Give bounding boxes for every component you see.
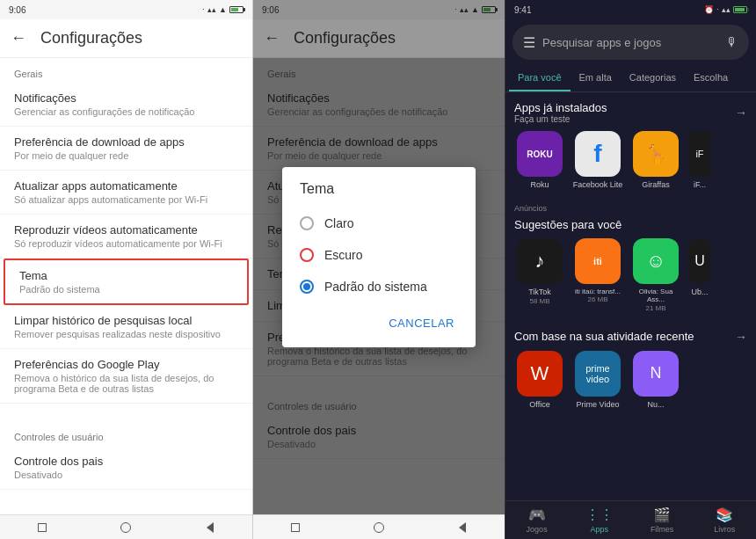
radio-padrao[interactable] <box>300 280 314 294</box>
section-gerais-1: Gerais <box>0 58 252 83</box>
app-name-fb: Facebook Lite <box>573 180 623 190</box>
radio-escuro[interactable] <box>300 248 314 262</box>
app-card-olivia[interactable]: ☺ Olivia: Sua Ass... 21 MB <box>630 238 681 312</box>
menu-icon[interactable]: ☰ <box>523 34 535 51</box>
app-card-office[interactable]: W Office <box>514 351 565 410</box>
search-input[interactable]: Pesquisar apps e jogos <box>542 36 719 49</box>
app-icon-office: W <box>517 351 563 397</box>
dialog-overlay: Tema Claro Escuro Padrão do sistema CANC… <box>253 0 505 514</box>
app-icon-ub: U <box>688 238 711 284</box>
dialog-option-claro[interactable]: Claro <box>282 208 476 239</box>
list-item[interactable]: Notificações Gerenciar as configurações … <box>0 83 252 127</box>
app-card-tiktok[interactable]: ♪ TikTok 58 MB <box>514 238 565 312</box>
nav-bar-2 <box>253 514 505 539</box>
list-item[interactable]: Preferência de download de apps Por meio… <box>0 127 252 171</box>
bnav-apps[interactable]: ⋮⋮ Apps <box>568 506 630 534</box>
app-card-if[interactable]: iF iF... <box>688 131 711 190</box>
installed-apps-row: ROKU Roku f Facebook Lite 🦒 Giraffas iF … <box>505 127 756 199</box>
bnav-label-livros: Livros <box>714 525 735 534</box>
nav-bar-1 <box>0 514 252 539</box>
nav-back-btn-2[interactable] <box>454 520 470 535</box>
list-item[interactable]: Preferências do Google Play Remova o his… <box>0 349 252 404</box>
list-item[interactable]: Controle dos pais Desativado <box>0 446 252 490</box>
bnav-label-jogos: Jogos <box>527 525 548 534</box>
bluetooth-icon-3: ⋅ <box>716 5 719 14</box>
status-icons-3: ⏰ ⋅ ▴▴ <box>704 5 747 14</box>
section-controles-1: Controles de usuário <box>0 421 252 446</box>
app-icon-iti: iti <box>575 238 621 284</box>
cancel-button[interactable]: CANCELAR <box>378 310 465 337</box>
app-card-giraffas[interactable]: 🦒 Giraffas <box>630 131 681 190</box>
back-button-1[interactable]: ← <box>11 29 26 47</box>
bnav-label-filmes: Filmes <box>651 525 674 534</box>
app-size-olivia: 21 MB <box>645 304 665 312</box>
app-icon-nu: N <box>633 351 679 397</box>
list-item[interactable]: Reproduzir vídeos automaticamente Só rep… <box>0 215 252 259</box>
nav-square-btn[interactable] <box>34 520 50 535</box>
option-label-claro: Claro <box>324 216 353 230</box>
dialog-actions: CANCELAR <box>282 302 476 344</box>
nav-circle-btn-2[interactable] <box>371 520 387 535</box>
bluetooth-icon: ⋅ <box>202 5 205 14</box>
header-1: ← Configurações <box>0 19 252 58</box>
signal-icon: ▴▴ <box>207 5 216 14</box>
recent-arrow[interactable]: → <box>735 330 747 344</box>
bnav-jogos[interactable]: 🎮 Jogos <box>505 506 568 534</box>
tab-categorias[interactable]: Categorias <box>621 65 685 91</box>
app-card-nu[interactable]: N Nu... <box>630 351 681 410</box>
app-size-tiktok: 58 MB <box>529 297 549 305</box>
store-content: Apps já instalados Faça um teste → ROKU … <box>505 92 756 528</box>
panel-settings-light: 9:06 ⋅ ▴▴ ▲ ← Configurações Gerais Notif… <box>0 0 252 539</box>
app-name-nu: Nu... <box>647 400 664 410</box>
recent-apps-row: W Office primevideo Prime Video N Nu... <box>505 347 756 419</box>
tab-em-alta[interactable]: Em alta <box>571 65 621 91</box>
wifi-icon: ▲ <box>219 5 227 14</box>
recent-title: Com base na sua atividade recente <box>514 330 694 343</box>
app-icon-roku: ROKU <box>517 131 563 177</box>
signal-icon-3: ▴▴ <box>722 5 731 14</box>
suggestions-title: Sugestões para você <box>514 218 622 231</box>
bnav-filmes[interactable]: 🎬 Filmes <box>631 506 694 534</box>
app-size-iti: 26 MB <box>587 295 607 303</box>
search-bar[interactable]: ☰ Pesquisar apps e jogos 🎙 <box>512 25 749 60</box>
tab-para-voce[interactable]: Para você <box>509 65 571 91</box>
settings-list-1: Gerais Notificações Gerenciar as configu… <box>0 58 252 539</box>
list-item[interactable]: Limpar histórico de pesquisas local Remo… <box>0 305 252 349</box>
dialog-option-escuro[interactable]: Escuro <box>282 239 476 271</box>
list-item[interactable]: Atualizar apps automaticamente Só atuali… <box>0 171 252 215</box>
mic-icon[interactable]: 🎙 <box>726 35 738 49</box>
app-name-ub: Ub... <box>691 288 708 297</box>
nav-back-btn[interactable] <box>202 520 218 535</box>
bnav-livros[interactable]: 📚 Livros <box>694 506 756 534</box>
app-name-office: Office <box>529 400 549 410</box>
app-card-roku[interactable]: ROKU Roku <box>514 131 565 190</box>
status-bar-1: 9:06 ⋅ ▴▴ ▲ <box>0 0 252 19</box>
status-icons-1: ⋅ ▴▴ ▲ <box>202 5 244 14</box>
app-card-ub[interactable]: U Ub... <box>688 238 711 312</box>
app-icon-tiktok: ♪ <box>517 238 563 284</box>
apps-icon: ⋮⋮ <box>585 506 614 523</box>
tab-escolha[interactable]: Escolha <box>685 65 737 91</box>
nav-circle-btn[interactable] <box>118 520 134 535</box>
app-card-fb[interactable]: f Facebook Lite <box>572 131 623 190</box>
page-title-1: Configurações <box>40 29 142 47</box>
app-icon-if: iF <box>688 131 711 177</box>
recent-section-header: Com base na sua atividade recente → <box>505 321 756 347</box>
suggestions-apps-row: ♪ TikTok 58 MB iti iti itaú: transf... 2… <box>505 235 756 321</box>
radio-claro[interactable] <box>300 216 314 230</box>
battery-icon-3 <box>733 6 747 13</box>
installed-section-header: Apps já instalados Faça um teste → <box>505 92 756 127</box>
app-icon-prime: primevideo <box>575 351 621 397</box>
dialog-title: Tema <box>282 181 476 208</box>
app-card-iti[interactable]: iti iti itaú: transf... 26 MB <box>572 238 623 312</box>
installed-arrow[interactable]: → <box>735 106 747 120</box>
option-label-padrao: Padrão do sistema <box>324 280 427 294</box>
tabs-row: Para você Em alta Categorias Escolha <box>505 65 756 92</box>
nav-square-btn-2[interactable] <box>287 520 303 535</box>
app-card-prime[interactable]: primevideo Prime Video <box>572 351 623 410</box>
tema-setting[interactable]: Tema Padrão do sistema <box>4 259 249 305</box>
dialog-option-padrao[interactable]: Padrão do sistema <box>282 271 476 302</box>
app-name-roku: Roku <box>530 180 549 190</box>
app-name-iti: iti itaú: transf... <box>575 288 621 296</box>
installed-title: Apps já instalados <box>514 101 607 114</box>
